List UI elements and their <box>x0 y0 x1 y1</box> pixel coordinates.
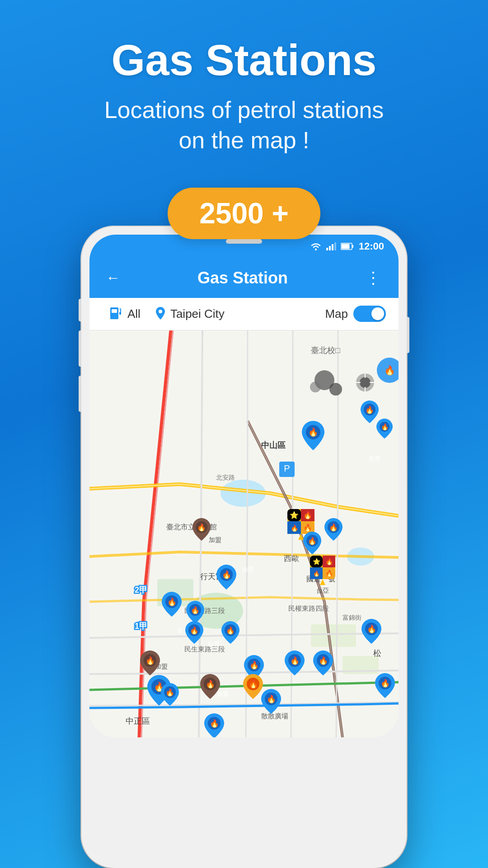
svg-text:🔥: 🔥 <box>267 694 277 704</box>
svg-text:🔥: 🔥 <box>165 688 174 697</box>
location-filter[interactable]: Taipei City <box>148 307 232 321</box>
svg-text:🔥: 🔥 <box>325 570 333 577</box>
svg-text:🔥: 🔥 <box>249 660 259 670</box>
phone-btn-power <box>79 376 81 412</box>
svg-rect-3 <box>332 244 333 250</box>
svg-text:🔥: 🔥 <box>303 524 312 532</box>
svg-rect-1 <box>326 248 328 250</box>
svg-text:🔥: 🔥 <box>210 719 220 728</box>
phone-btn-volume-up <box>79 299 81 321</box>
svg-text:中山區: 中山區 <box>261 441 286 450</box>
svg-text:自營: 自營 <box>208 641 220 647</box>
svg-text:🔥: 🔥 <box>384 365 395 376</box>
svg-text:🔥: 🔥 <box>303 511 312 519</box>
svg-text:北安路: 北安路 <box>216 474 235 481</box>
svg-text:🔥: 🔥 <box>222 570 232 580</box>
phone-btn-volume-down <box>79 330 81 367</box>
fuel-filter-label: All <box>127 307 141 321</box>
main-title: Gas Stations <box>27 36 461 84</box>
app-bar-title: Gas Station <box>133 269 352 288</box>
map-svg: P 臺北校□ 中山區 臺北市立美術館 行天宮 西歐 國道一號 民權東路三段 民權… <box>89 330 399 737</box>
back-button[interactable]: ← <box>102 266 124 290</box>
svg-rect-10 <box>119 312 121 315</box>
svg-text:散散廣場: 散散廣場 <box>261 712 288 720</box>
svg-text:1甲: 1甲 <box>135 622 147 631</box>
svg-text:🔥: 🔥 <box>145 656 155 665</box>
filter-bar: All Taipei City Map <box>89 298 399 330</box>
svg-point-0 <box>315 249 317 250</box>
svg-text:🔥: 🔥 <box>381 423 389 431</box>
svg-text:民權東路四段: 民權東路四段 <box>288 604 329 612</box>
wifi-icon <box>310 242 322 251</box>
menu-button[interactable]: ⋮ <box>361 265 386 291</box>
svg-text:🔥: 🔥 <box>329 523 338 532</box>
svg-text:🔥: 🔥 <box>365 406 374 414</box>
svg-rect-6 <box>352 245 353 248</box>
location-icon <box>155 307 166 321</box>
svg-text:⭐: ⭐ <box>313 558 321 566</box>
svg-rect-4 <box>334 242 336 250</box>
svg-text:自營: 自營 <box>242 566 254 573</box>
fuel-pump-icon <box>109 306 123 322</box>
svg-text:🔥: 🔥 <box>226 626 235 635</box>
svg-rect-15 <box>311 624 356 647</box>
svg-text:🔥: 🔥 <box>167 597 177 607</box>
status-time: 12:00 <box>359 241 384 252</box>
svg-text:🔥: 🔥 <box>325 558 333 566</box>
svg-text:🔥: 🔥 <box>249 679 258 689</box>
app-bar: ← Gas Station ⋮ <box>89 258 399 298</box>
svg-text:加盟: 加盟 <box>217 690 229 697</box>
phone-outer: 12:00 ← Gas Station ⋮ All <box>81 226 407 868</box>
battery-icon <box>341 243 354 250</box>
map-toggle-label: Map <box>325 307 348 321</box>
svg-text:臺北校□: 臺北校□ <box>311 346 340 355</box>
phone-speaker <box>226 239 262 244</box>
svg-text:台亞: 台亞 <box>316 587 329 594</box>
svg-point-20 <box>329 383 342 396</box>
location-filter-label: Taipei City <box>170 307 225 321</box>
svg-text:⭐: ⭐ <box>290 511 299 519</box>
svg-text:松: 松 <box>373 649 381 658</box>
header-section: Gas Stations Locations of petrol station… <box>0 0 488 188</box>
svg-rect-7 <box>341 244 349 249</box>
svg-text:🔥: 🔥 <box>206 679 216 689</box>
svg-text:西歐: 西歐 <box>284 554 299 563</box>
svg-text:🔥: 🔥 <box>190 626 199 635</box>
phone-container: 12:00 ← Gas Station ⋮ All <box>72 226 416 868</box>
svg-rect-12 <box>89 330 399 737</box>
svg-text:🔥: 🔥 <box>290 656 300 665</box>
phone-btn-right <box>407 317 409 353</box>
svg-text:🔥: 🔥 <box>191 606 200 614</box>
svg-text:🔥: 🔥 <box>308 427 319 437</box>
svg-point-23 <box>360 377 371 388</box>
svg-rect-8 <box>110 307 118 319</box>
svg-text:🔥: 🔥 <box>308 537 317 545</box>
svg-point-21 <box>310 382 321 392</box>
svg-text:🔥: 🔥 <box>367 624 377 634</box>
svg-text:中正區: 中正區 <box>126 717 150 726</box>
svg-text:🔥: 🔥 <box>197 523 206 532</box>
svg-text:🔥: 🔥 <box>313 570 320 577</box>
phone-screen: 12:00 ← Gas Station ⋮ All <box>89 235 399 737</box>
signal-icon <box>326 242 336 250</box>
svg-text:🔥: 🔥 <box>380 679 390 688</box>
svg-rect-9 <box>112 309 117 313</box>
map-toggle-container: Map <box>325 306 386 322</box>
count-badge: 2500 + <box>168 188 320 239</box>
fuel-filter[interactable]: All <box>102 306 148 322</box>
badge-container: 2500 + <box>168 188 320 239</box>
svg-text:2甲: 2甲 <box>135 585 147 594</box>
svg-text:🔥: 🔥 <box>319 656 328 665</box>
map-toggle-switch[interactable] <box>353 306 386 322</box>
status-icons: 12:00 <box>310 241 384 252</box>
svg-rect-2 <box>329 246 331 250</box>
map-area[interactable]: P 臺北校□ 中山區 臺北市立美術館 行天宮 西歐 國道一號 民權東路三段 民權… <box>89 330 399 737</box>
svg-text:富錦街: 富錦街 <box>343 614 361 621</box>
svg-text:P: P <box>284 463 290 473</box>
svg-text:加盟: 加盟 <box>209 536 221 543</box>
subtitle: Locations of petrol stations on the map … <box>27 95 461 156</box>
svg-point-11 <box>159 310 162 313</box>
svg-text:🔥: 🔥 <box>291 524 299 532</box>
toggle-knob <box>371 307 384 320</box>
svg-text:自營: 自營 <box>369 455 380 462</box>
